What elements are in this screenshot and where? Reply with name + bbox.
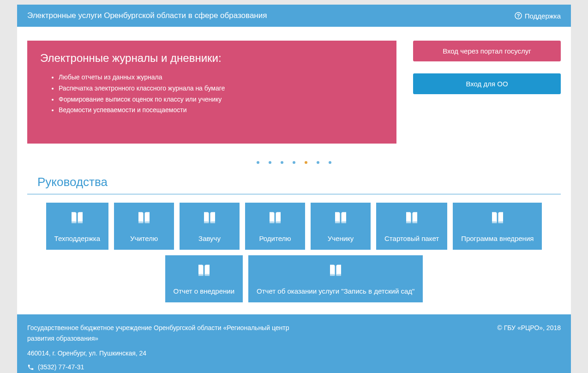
- footer-copyright: © ГБУ «РЦРО», 2018: [497, 323, 561, 373]
- tiles-grid: ТехподдержкаУчителюЗавучуРодителюУченику…: [17, 203, 571, 314]
- support-link[interactable]: ? Поддержка: [515, 12, 561, 20]
- promo-card: Электронные журналы и дневники: Любые от…: [27, 41, 396, 144]
- login-oo-button[interactable]: Вход для ОО: [413, 73, 561, 94]
- login-gosuslugi-button[interactable]: Вход через портал госуслуг: [413, 41, 561, 61]
- book-icon: [196, 263, 212, 281]
- footer-org: Государственное бюджетное учреждение Оре…: [27, 323, 313, 343]
- footer-phone: (3532) 77-47-31: [38, 362, 84, 372]
- tile-label: Отчет об оказании услуги "Запись в детск…: [257, 287, 414, 295]
- carousel-dot[interactable]: [281, 161, 283, 164]
- tile-label: Завучу: [198, 235, 221, 242]
- tile-7[interactable]: Отчет о внедрении: [165, 255, 243, 302]
- tile-label: Ученику: [328, 235, 354, 242]
- tile-3[interactable]: Родителю: [245, 203, 305, 250]
- book-icon: [69, 210, 85, 228]
- book-icon: [136, 210, 152, 228]
- support-label: Поддержка: [525, 12, 561, 20]
- phone-icon: [27, 364, 34, 371]
- footer-left: Государственное бюджетное учреждение Оре…: [27, 323, 313, 373]
- tile-6[interactable]: Программа внедрения: [453, 203, 542, 250]
- tile-8[interactable]: Отчет об оказании услуги "Запись в детск…: [248, 255, 423, 302]
- header-bar: Электронные услуги Оренбургской области …: [17, 5, 571, 27]
- tile-1[interactable]: Учителю: [114, 203, 174, 250]
- promo-item: Формирование выписок оценок по классу ил…: [59, 94, 384, 105]
- tile-label: Программа внедрения: [461, 235, 534, 242]
- page-container: Электронные услуги Оренбургской области …: [17, 5, 571, 373]
- login-buttons: Вход через портал госуслуг Вход для ОО: [413, 41, 561, 144]
- footer-address: 460014, г. Оренбург, ул. Пушкинская, 24: [27, 348, 313, 358]
- book-icon: [489, 210, 506, 228]
- book-icon: [332, 210, 349, 228]
- book-icon: [327, 263, 344, 281]
- carousel-dot[interactable]: [317, 161, 319, 164]
- carousel-dot[interactable]: [269, 161, 271, 164]
- promo-item: Распечатка электронного классного журнал…: [59, 83, 384, 94]
- tile-label: Учителю: [130, 235, 158, 242]
- svg-text:?: ?: [516, 13, 520, 18]
- promo-list: Любые отчеты из данных журнала Распечатк…: [40, 72, 384, 116]
- promo-title: Электронные журналы и дневники:: [40, 52, 384, 65]
- tile-label: Родителю: [259, 235, 291, 242]
- section-title: Руководства: [27, 175, 561, 194]
- hero-row: Электронные журналы и дневники: Любые от…: [17, 27, 571, 144]
- carousel-dots: [17, 144, 571, 175]
- book-icon: [267, 210, 283, 228]
- carousel-dot[interactable]: [257, 161, 259, 164]
- tile-label: Отчет о внедрении: [174, 287, 235, 295]
- header-title: Электронные услуги Оренбургской области …: [27, 11, 267, 20]
- tile-4[interactable]: Ученику: [311, 203, 371, 250]
- tile-5[interactable]: Стартовый пакет: [376, 203, 447, 250]
- carousel-dot[interactable]: [305, 161, 307, 164]
- tile-2[interactable]: Завучу: [180, 203, 240, 250]
- tile-0[interactable]: Техподдержка: [46, 203, 108, 250]
- carousel-dot[interactable]: [293, 161, 295, 164]
- footer: Государственное бюджетное учреждение Оре…: [17, 314, 571, 373]
- carousel-dot[interactable]: [329, 161, 331, 164]
- tile-label: Техподдержка: [54, 235, 100, 242]
- book-icon: [403, 210, 420, 228]
- tile-label: Стартовый пакет: [384, 235, 439, 242]
- footer-phone-row: (3532) 77-47-31: [27, 362, 313, 372]
- promo-item: Любые отчеты из данных журнала: [59, 72, 384, 83]
- question-icon: ?: [515, 12, 522, 19]
- promo-item: Ведомости успеваемости и посещаемости: [59, 105, 384, 116]
- book-icon: [201, 210, 218, 228]
